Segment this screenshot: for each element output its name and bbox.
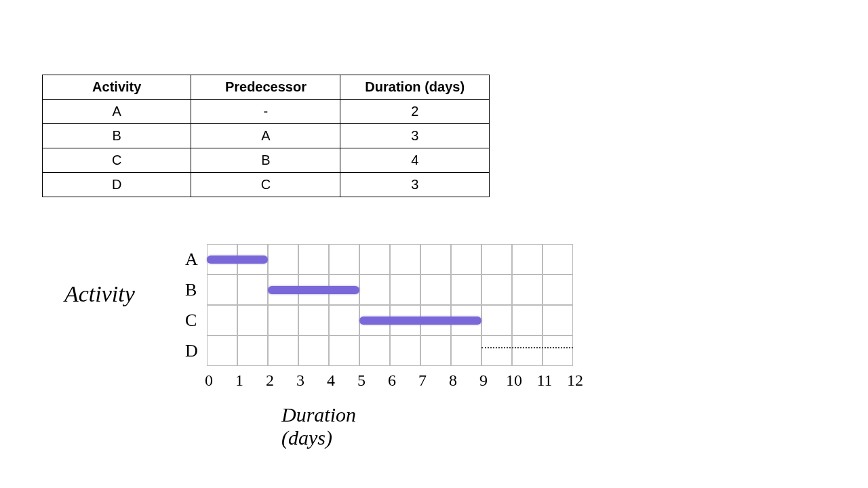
th-duration: Duration (days)	[340, 75, 490, 100]
x-tick: 8	[443, 371, 463, 390]
table-row: C B 4	[43, 148, 490, 173]
grid-cell	[298, 244, 329, 274]
cell-predecessor: A	[191, 124, 340, 148]
cell-duration: 2	[340, 100, 490, 124]
row-label-d: D	[185, 341, 198, 361]
x-tick: 6	[382, 371, 402, 390]
x-tick: 0	[199, 371, 219, 390]
cell-predecessor: B	[191, 148, 340, 173]
grid-cell	[329, 336, 359, 366]
table-row: A - 2	[43, 100, 490, 124]
grid-cell	[298, 305, 329, 336]
cell-duration: 4	[340, 148, 490, 173]
gantt-bar-d	[481, 347, 573, 348]
grid-cell	[542, 274, 573, 305]
grid-cell	[542, 305, 573, 336]
cell-duration: 3	[340, 173, 490, 197]
x-tick: 7	[412, 371, 433, 390]
x-tick: 11	[534, 371, 555, 390]
x-tick: 5	[351, 371, 372, 390]
grid-cell	[481, 336, 512, 366]
table-row: D C 3	[43, 173, 490, 197]
grid-cell	[359, 274, 390, 305]
x-tick: 10	[504, 371, 524, 390]
cell-predecessor: -	[191, 100, 340, 124]
grid-cell	[542, 244, 573, 274]
grid-cell	[512, 336, 542, 366]
grid-cell	[542, 336, 573, 366]
grid-cell	[481, 244, 512, 274]
grid-cell	[451, 244, 481, 274]
th-predecessor: Predecessor	[191, 75, 340, 100]
x-tick: 12	[565, 371, 585, 390]
gantt-bar-c	[359, 317, 481, 325]
grid-cell	[420, 336, 451, 366]
row-label-b: B	[185, 280, 197, 300]
grid-cell	[512, 244, 542, 274]
grid-cell	[268, 336, 298, 366]
activity-table: Activity Predecessor Duration (days) A -…	[42, 75, 490, 197]
grid-cell	[237, 336, 268, 366]
table-header-row: Activity Predecessor Duration (days)	[43, 75, 490, 100]
gantt-bar-a	[207, 256, 268, 264]
grid-cell	[390, 336, 420, 366]
grid-cell	[268, 305, 298, 336]
grid-cell	[268, 244, 298, 274]
grid-cell	[237, 305, 268, 336]
row-label-a: A	[185, 249, 198, 270]
grid-cell	[390, 274, 420, 305]
grid-cell	[298, 336, 329, 366]
grid-cell	[420, 244, 451, 274]
x-tick: 1	[229, 371, 250, 390]
x-axis-label: Duration (days)	[281, 403, 356, 449]
gantt-bar-b	[268, 286, 359, 294]
grid-cell	[207, 305, 237, 336]
cell-predecessor: C	[191, 173, 340, 197]
grid-cell	[481, 274, 512, 305]
cell-activity: C	[43, 148, 191, 173]
x-tick: 9	[473, 371, 494, 390]
grid-cell	[512, 305, 542, 336]
cell-activity: D	[43, 173, 191, 197]
page: Activity Predecessor Duration (days) A -…	[0, 0, 868, 488]
grid-cell	[451, 274, 481, 305]
x-tick: 3	[290, 371, 311, 390]
cell-activity: A	[43, 100, 191, 124]
grid-cell	[420, 274, 451, 305]
grid-cell	[329, 305, 359, 336]
cell-duration: 3	[340, 124, 490, 148]
y-axis-label: Activity	[64, 281, 135, 307]
grid-cell	[481, 305, 512, 336]
table-row: B A 3	[43, 124, 490, 148]
th-activity: Activity	[43, 75, 191, 100]
grid-cell	[451, 336, 481, 366]
grid-cell	[359, 336, 390, 366]
grid-cell	[207, 336, 237, 366]
grid-cell	[390, 244, 420, 274]
cell-activity: B	[43, 124, 191, 148]
row-label-c: C	[185, 310, 197, 331]
grid-cell	[329, 244, 359, 274]
x-tick: 4	[321, 371, 341, 390]
grid-cell	[237, 274, 268, 305]
grid-cell	[207, 274, 237, 305]
x-tick: 2	[260, 371, 280, 390]
grid-cell	[512, 274, 542, 305]
grid-cell	[359, 244, 390, 274]
